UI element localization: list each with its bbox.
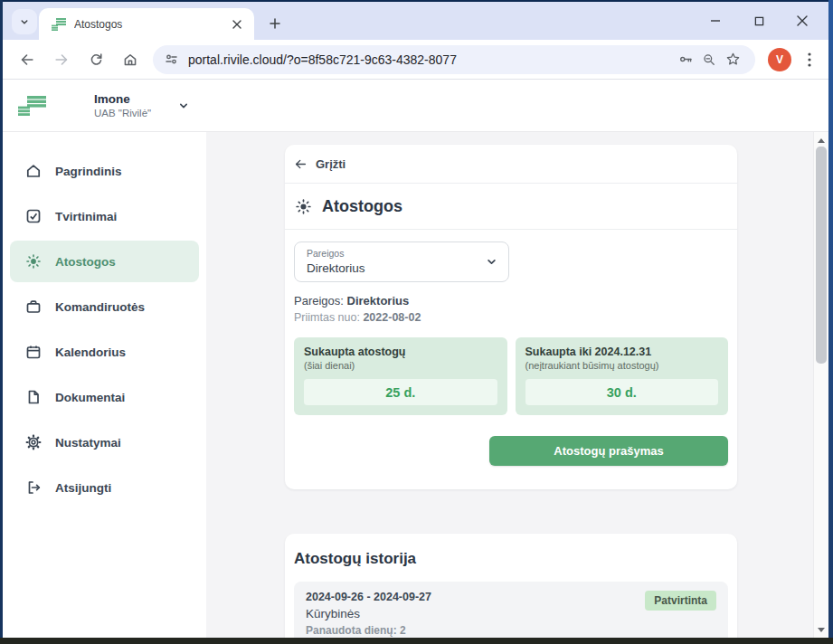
- card-subtitle: (neįtraukiant būsimų atostogų): [525, 360, 719, 371]
- browser-tab[interactable]: Atostogos: [39, 8, 254, 40]
- sun-icon: [294, 197, 313, 216]
- accrued-days-card: Sukaupta atostogų (šiai dienai) 25 d.: [294, 337, 507, 415]
- logout-icon: [24, 478, 43, 497]
- sidebar-item-atsijungti[interactable]: Atsijungti: [10, 467, 199, 508]
- sidebar: Pagrindinis Tvirtinimai Atostogos Komand…: [3, 132, 206, 638]
- hired-value: 2022-08-02: [363, 311, 421, 324]
- company-label: Imone: [94, 92, 151, 106]
- position-label: Pareigos:: [294, 294, 347, 308]
- window-border-right: [828, 0, 833, 644]
- address-bar[interactable]: portal.rivile.cloud/?o=8f58c721-9c63-438…: [153, 45, 755, 74]
- maximize-button[interactable]: [747, 9, 771, 33]
- vacation-card: Grįžti Atostogos Pareigos Direktorius Pa…: [285, 145, 737, 489]
- page-title-row: Atostogos: [285, 184, 737, 229]
- close-window-button[interactable]: [790, 9, 814, 33]
- sidebar-item-nustatymai[interactable]: Nustatymai: [10, 421, 199, 463]
- tune-icon[interactable]: [164, 52, 179, 67]
- browser-toolbar: portal.rivile.cloud/?o=8f58c721-9c63-438…: [3, 40, 828, 80]
- page-scrollbar[interactable]: [813, 132, 828, 638]
- history-title: Atostogų istorija: [285, 534, 737, 568]
- select-label: Pareigos: [307, 248, 344, 259]
- sidebar-item-atostogos[interactable]: Atostogos: [10, 241, 199, 282]
- company-name: UAB "Rivilė": [94, 108, 151, 118]
- minimize-button[interactable]: [704, 9, 727, 33]
- window-border-left: [0, 0, 3, 644]
- scroll-down-arrow[interactable]: [814, 623, 828, 636]
- tab-title: Atostogos: [74, 18, 229, 31]
- scrollbar-thumb[interactable]: [816, 147, 827, 364]
- briefcase-icon: [24, 298, 43, 316]
- history-list-item[interactable]: 2024-09-26 - 2024-09-27 Kūrybinės Panaud…: [294, 582, 728, 638]
- browser-tab-strip: Atostogos: [3, 2, 828, 40]
- company-chevron-down-icon[interactable]: [176, 99, 191, 113]
- key-icon[interactable]: [674, 48, 697, 71]
- accrued-until-value: 30 d.: [607, 385, 637, 400]
- calendar-icon: [24, 343, 43, 361]
- tab-close-icon[interactable]: [229, 16, 245, 33]
- summary-cards: Sukaupta atostogų (šiai dienai) 25 d. Su…: [294, 337, 728, 415]
- main-content: Grįžti Atostogos Pareigos Direktorius Pa…: [206, 132, 813, 638]
- card-title: Sukaupta atostogų: [304, 346, 497, 358]
- home-icon: [24, 162, 43, 180]
- sidebar-item-pagrindinis[interactable]: Pagrindinis: [10, 150, 199, 192]
- avatar-initial: V: [776, 53, 783, 66]
- bookmark-star-icon[interactable]: [721, 48, 744, 71]
- new-tab-button[interactable]: [263, 12, 287, 35]
- url-text: portal.rivile.cloud/?o=8f58c721-9c63-438…: [188, 52, 674, 67]
- app-header: Imone UAB "Rivilė": [3, 80, 828, 132]
- card-subtitle: (šiai dienai): [304, 360, 497, 371]
- employee-info: Pareigos: Direktorius Priimtas nuo: 2022…: [294, 294, 728, 324]
- favicon-rivile-icon: [52, 17, 66, 31]
- tab-search-button[interactable]: [12, 9, 37, 34]
- company-switcher[interactable]: Imone UAB "Rivilė": [94, 92, 151, 118]
- back-link[interactable]: Grįžti: [285, 145, 737, 183]
- window-border-top: [0, 0, 833, 2]
- accrued-until-card: Sukaupta iki 2024.12.31 (neįtraukiant bū…: [516, 337, 729, 415]
- back-button[interactable]: [14, 46, 41, 73]
- accrued-days-value: 25 d.: [385, 385, 415, 400]
- status-badge: Patvirtinta: [645, 591, 716, 611]
- sidebar-item-kalendorius[interactable]: Kalendorius: [10, 331, 199, 373]
- hired-label: Priimtas nuo:: [294, 311, 363, 324]
- chevron-down-icon: [484, 254, 499, 270]
- home-button[interactable]: [117, 46, 144, 73]
- window-controls: [704, 2, 821, 40]
- vacation-request-button[interactable]: Atostogų prašymas: [489, 436, 728, 466]
- sidebar-item-tvirtinimai[interactable]: Tvirtinimai: [10, 195, 199, 237]
- history-used-days: Panaudota dienų: 2: [306, 624, 716, 637]
- page-title: Atostogos: [322, 197, 402, 216]
- zoom-out-icon[interactable]: [697, 48, 721, 71]
- position-select[interactable]: Pareigos Direktorius: [294, 242, 509, 282]
- history-card: Atostogų istorija 2024-09-26 - 2024-09-2…: [285, 534, 737, 638]
- reload-button[interactable]: [82, 46, 109, 73]
- scroll-up-arrow[interactable]: [814, 134, 828, 147]
- gear-icon: [24, 433, 43, 451]
- browser-menu-icon[interactable]: [799, 48, 820, 71]
- arrow-left-icon: [294, 157, 308, 171]
- position-value: Direktorius: [347, 294, 410, 308]
- sun-icon: [24, 252, 43, 270]
- forward-button[interactable]: [48, 46, 75, 73]
- window-border-bottom: [0, 638, 833, 644]
- sidebar-item-dokumentai[interactable]: Dokumentai: [10, 376, 199, 418]
- document-icon: [24, 388, 43, 406]
- chevron-down-icon: [18, 15, 31, 28]
- profile-avatar[interactable]: V: [768, 48, 791, 71]
- sidebar-item-komandiruotes[interactable]: Komandiruotės: [10, 286, 199, 327]
- rivile-logo-icon: [17, 93, 47, 118]
- select-value: Direktorius: [307, 261, 365, 275]
- card-title: Sukaupta iki 2024.12.31: [525, 346, 719, 358]
- checkbox-icon: [24, 207, 43, 225]
